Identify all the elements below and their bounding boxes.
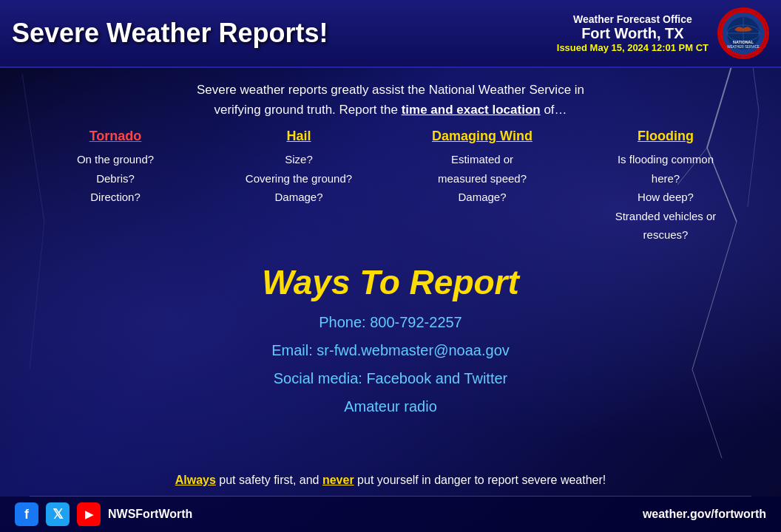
office-location: Fort Worth, TX [557, 25, 709, 42]
office-name: Weather Forecast Office [557, 13, 709, 25]
svg-text:WEATHER SERVICE: WEATHER SERVICE [727, 45, 760, 49]
header-right: Weather Forecast Office Fort Worth, TX I… [557, 7, 769, 59]
page-title: Severe Weather Reports! [12, 18, 328, 49]
safety-middle1: put safety first, and [216, 474, 322, 486]
twitter-icon[interactable]: 𝕏 [46, 502, 70, 526]
social-info: Social media: Facebook and Twitter [274, 370, 507, 386]
always-label: Always [175, 474, 216, 486]
category-hail: Hail Size?Covering the ground?Damage? [213, 129, 385, 245]
category-flooding: Flooding Is flooding commonhere?How deep… [580, 129, 751, 245]
svg-text:NATIONAL: NATIONAL [733, 40, 754, 44]
ways-details: Phone: 800-792-2257 Email: sr-fwd.webmas… [30, 308, 751, 420]
bottom-bar: f 𝕏 ▶ NWSFortWorth weather.gov/fortworth [0, 497, 781, 532]
categories-grid: Tornado On the ground?Debris?Direction? … [30, 129, 751, 245]
flooding-details: Is flooding commonhere?How deep?Stranded… [580, 150, 751, 245]
email-info: Email: sr-fwd.webmaster@noaa.gov [271, 342, 510, 358]
radio-info: Amateur radio [344, 398, 437, 415]
safety-footer: Always put safety first, and never put y… [0, 465, 781, 496]
wind-title: Damaging Wind [396, 129, 568, 144]
intro-line2-prefix: verifying ground truth. Report the [214, 103, 401, 117]
intro-line2-end: of… [541, 103, 567, 117]
flooding-title: Flooding [580, 129, 751, 144]
wind-details: Estimated ormeasured speed?Damage? [396, 150, 568, 207]
category-wind: Damaging Wind Estimated ormeasured speed… [396, 129, 568, 245]
hail-details: Size?Covering the ground?Damage? [213, 150, 385, 207]
issued-date: Issued May 15, 2024 12:01 PM CT [557, 42, 709, 53]
safety-middle2: put yourself in danger to report severe … [354, 474, 606, 486]
header: Severe Weather Reports! Weather Forecast… [0, 0, 781, 68]
phone-info: Phone: 800-792-2257 [319, 314, 462, 330]
intro-highlight: time and exact location [402, 103, 541, 117]
hail-title: Hail [213, 129, 385, 144]
ways-to-report-section: Ways To Report Phone: 800-792-2257 Email… [30, 262, 751, 420]
main-content: Severe weather reports greatly assist th… [0, 68, 781, 465]
never-label: never [322, 474, 354, 486]
intro-line1: Severe weather reports greatly assist th… [197, 83, 584, 97]
office-info: Weather Forecast Office Fort Worth, TX I… [557, 13, 709, 53]
category-tornado: Tornado On the ground?Debris?Direction? [30, 129, 201, 245]
ways-title: Ways To Report [30, 262, 751, 302]
youtube-icon[interactable]: ▶ [77, 502, 101, 526]
tornado-title: Tornado [30, 129, 201, 144]
nws-logo: NATIONAL WEATHER SERVICE [717, 7, 769, 59]
website-url: weather.gov/fortworth [643, 508, 766, 521]
facebook-icon[interactable]: f [15, 502, 38, 526]
intro-section: Severe weather reports greatly assist th… [30, 80, 751, 120]
social-links: f 𝕏 ▶ NWSFortWorth [15, 502, 192, 526]
social-handle: NWSFortWorth [108, 508, 192, 521]
tornado-details: On the ground?Debris?Direction? [30, 150, 201, 207]
